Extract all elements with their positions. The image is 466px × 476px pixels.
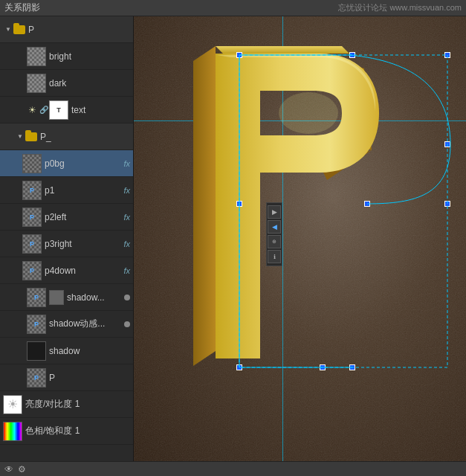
svg-marker-1	[216, 46, 349, 54]
mini-panel: ▶ ◀ ⊕ ℹ	[266, 202, 282, 266]
svg-marker-0	[193, 46, 216, 366]
panel-title: 关系阴影	[4, 1, 40, 14]
bottom-eye-icon[interactable]: 👁	[4, 464, 13, 475]
layer-thumb-shadow: P	[27, 288, 46, 307]
bottom-bar: 👁 ⚙	[0, 461, 466, 476]
handle-bm[interactable]	[320, 364, 326, 370]
layer-group-p-top[interactable]: P	[0, 16, 133, 43]
handle-bl[interactable]	[236, 364, 242, 370]
layer-shadow-motion[interactable]: P shadow动感...	[0, 311, 133, 338]
folder-icon-inner	[25, 132, 37, 141]
layer-bright[interactable]: bright	[0, 43, 133, 70]
layer-thumb-shadow-plain	[27, 341, 46, 361]
handle-mr[interactable]	[444, 201, 450, 207]
watermark: 忘忧设计论坛 www.missvuan.com	[338, 2, 462, 13]
layer-name-p0bg: p0bg	[45, 158, 120, 169]
layer-shadow-dot[interactable]: P shadow...	[0, 284, 133, 311]
link-icon: 🔗	[39, 106, 48, 115]
layer-name-p: P	[49, 373, 130, 383]
fx-badge-p4down: fx	[123, 266, 130, 275]
handle-br[interactable]	[349, 364, 355, 370]
layer-thumb-p2left: P	[22, 208, 42, 227]
layer-p3right[interactable]: P p3right fx	[0, 231, 133, 257]
layer-thumb-shadow-motion: P	[27, 315, 46, 334]
layer-dark[interactable]: dark	[0, 70, 133, 97]
layer-text[interactable]: ☀ 🔗 T text	[0, 97, 133, 123]
layer-thumb-bright	[27, 47, 46, 66]
layer-mask-thumb	[49, 290, 64, 305]
layer-name-p3right: p3right	[45, 239, 120, 249]
layer-thumb-dark	[27, 74, 46, 93]
handle-tm[interactable]	[349, 52, 355, 58]
top-bar: 关系阴影 忘忧设计论坛 www.missvuan.com	[0, 0, 466, 16]
group-arrow-inner[interactable]	[15, 132, 25, 142]
handle-bowl-b[interactable]	[364, 201, 370, 207]
layer-shadow[interactable]: shadow	[0, 338, 133, 364]
mini-btn-1[interactable]: ▶	[268, 205, 281, 219]
layer-thumb-brightness: ☀	[3, 395, 22, 414]
dot-badge	[124, 295, 130, 300]
mini-btn-4[interactable]: ℹ	[268, 250, 281, 263]
layer-p[interactable]: P P	[0, 364, 133, 391]
layer-thumb-p: P	[27, 368, 46, 387]
bottom-gear-icon[interactable]: ⚙	[18, 464, 26, 475]
group-arrow[interactable]	[3, 25, 13, 35]
mini-btn-2[interactable]: ◀	[268, 220, 281, 234]
mini-btn-3[interactable]: ⊕	[268, 235, 281, 248]
layer-name-dark: dark	[49, 78, 130, 89]
layer-p4down[interactable]: P p4down fx	[0, 257, 133, 284]
handle-tr[interactable]	[444, 52, 450, 58]
layer-thumb-p0bg	[22, 154, 42, 173]
layer-hue-sat[interactable]: 色相/饱和度 1	[0, 418, 133, 445]
layer-name-hue-sat: 色相/饱和度 1	[25, 425, 130, 437]
layer-name-p1: p1	[45, 185, 120, 196]
handle-bowl-r[interactable]	[444, 141, 450, 147]
layer-thumb-p4down: P	[22, 261, 42, 280]
folder-icon	[13, 25, 25, 34]
layer-name-p4down: p4down	[45, 266, 120, 276]
fx-badge-p2left: fx	[123, 213, 130, 222]
sun-icon: ☀	[27, 105, 37, 115]
layer-group-p-inner[interactable]: P_	[0, 123, 133, 150]
svg-point-5	[279, 92, 338, 134]
layer-thumb-p3right: P	[22, 234, 42, 254]
layers-panel: P bright dark ☀ 🔗 T text P_	[0, 16, 134, 461]
canvas-area: ▶ ◀ ⊕ ℹ	[134, 16, 466, 461]
layer-p0bg[interactable]: p0bg fx	[0, 150, 133, 177]
layer-thumb-hue	[3, 422, 22, 441]
layer-name: P	[28, 25, 130, 35]
layer-p1[interactable]: P p1 fx	[0, 177, 133, 204]
layer-name-shadow-motion: shadow动感...	[49, 318, 122, 330]
layer-name-p2left: p2left	[45, 212, 120, 222]
layer-thumb-p1: P	[22, 181, 42, 200]
layer-p2left[interactable]: P p2left fx	[0, 204, 133, 231]
layer-name-brightness: 亮度/对比度 1	[25, 398, 130, 411]
layer-name-shadow-dot: shadow...	[67, 292, 122, 303]
fx-badge-p3right: fx	[123, 239, 130, 248]
layer-brightness[interactable]: ☀ 亮度/对比度 1	[0, 391, 133, 418]
fx-badge-p1: fx	[123, 186, 130, 195]
layer-thumb-text: T	[49, 100, 68, 120]
handle-ml[interactable]	[236, 201, 242, 207]
layer-name-shadow: shadow	[49, 346, 130, 356]
fx-badge-p0bg: fx	[123, 159, 130, 168]
layer-name-bright: bright	[49, 51, 130, 62]
handle-tl[interactable]	[236, 52, 242, 58]
layer-name-text: text	[71, 105, 130, 115]
main-area: P bright dark ☀ 🔗 T text P_	[0, 16, 466, 461]
dot-badge-motion	[124, 321, 130, 327]
layer-name-group-p: P_	[40, 132, 130, 142]
